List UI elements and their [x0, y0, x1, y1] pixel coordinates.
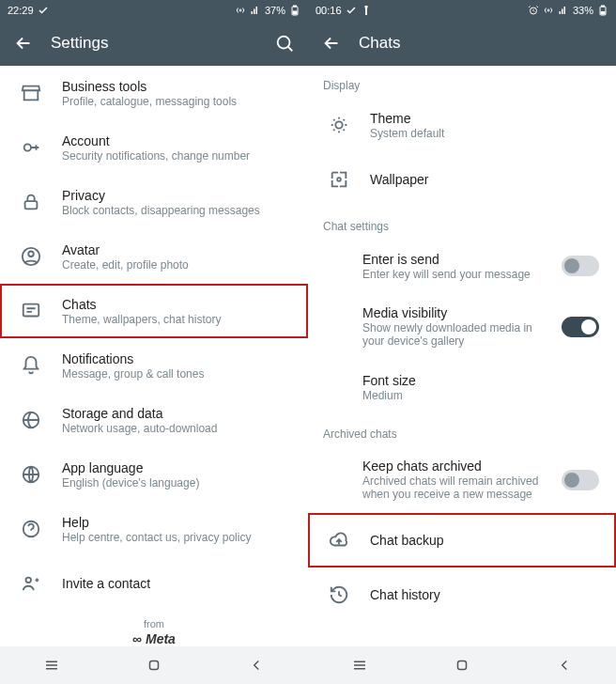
contacts-icon — [21, 573, 41, 594]
settings-item-storage-and-data[interactable]: Storage and data Network usage, auto-dow… — [0, 393, 308, 447]
item-subtitle: Enter key will send your message — [362, 268, 541, 281]
svg-rect-21 — [602, 6, 605, 7]
item-subtitle: Network usage, auto-download — [62, 422, 291, 435]
home-icon[interactable] — [454, 657, 470, 674]
item-label: Invite a contact — [62, 576, 291, 591]
avatar-icon — [21, 246, 41, 267]
section-header: Display — [308, 66, 616, 98]
signal-icon — [250, 5, 261, 16]
status-bar: 00:16 33% — [308, 0, 616, 21]
footer: from ∞ Meta — [0, 611, 308, 646]
app-bar: Settings — [0, 21, 308, 66]
help-icon — [21, 519, 41, 539]
recent-apps-icon[interactable] — [351, 657, 368, 674]
settings-item-account[interactable]: Account Security notifications, change n… — [0, 120, 308, 175]
settings-item-invite-a-contact[interactable]: Invite a contact — [0, 556, 308, 611]
svg-point-13 — [26, 578, 32, 583]
item-subtitle: Theme, wallpapers, chat history — [62, 313, 291, 326]
settings-item-notifications[interactable]: Notifications Message, group & call tone… — [0, 338, 308, 393]
chat-icon — [21, 301, 41, 321]
toggle-switch[interactable] — [562, 470, 599, 490]
item-subtitle: Block contacts, disappearing messages — [62, 204, 291, 217]
item-label: Chats — [62, 297, 291, 312]
toggle-switch[interactable] — [562, 256, 599, 276]
settings-item-app-language[interactable]: App language English (device's language) — [0, 447, 308, 502]
item-label: App language — [62, 460, 291, 475]
app-bar: Chats — [308, 21, 616, 66]
settings-item-avatar[interactable]: Avatar Create, edit, profile photo — [0, 229, 308, 284]
item-label: Media visibility — [362, 305, 541, 320]
item-label: Avatar — [62, 242, 291, 257]
chats-item-enter-is-send[interactable]: Enter is send Enter key will send your m… — [308, 239, 616, 293]
item-label: Enter is send — [362, 252, 541, 267]
toggle-switch[interactable] — [562, 317, 599, 337]
chats-item-keep-chats-archived[interactable]: Keep chats archived Archived chats will … — [308, 446, 616, 513]
status-battery: 33% — [573, 5, 593, 16]
battery-icon — [597, 5, 608, 16]
theme-icon — [329, 115, 349, 135]
item-label: Notifications — [62, 351, 291, 366]
bell-icon — [21, 355, 41, 376]
item-label: Font size — [362, 373, 599, 388]
svg-rect-9 — [23, 304, 39, 317]
battery-icon — [289, 5, 300, 16]
svg-rect-22 — [601, 12, 605, 15]
back-nav-icon[interactable] — [556, 657, 573, 674]
search-icon[interactable] — [274, 33, 295, 54]
section-header: Chat settings — [308, 207, 616, 239]
item-label: Wallpaper — [370, 172, 599, 187]
chats-item-theme[interactable]: Theme System default — [308, 98, 616, 152]
item-subtitle: Medium — [362, 389, 599, 402]
home-icon[interactable] — [146, 657, 162, 674]
item-label: Business tools — [62, 79, 291, 94]
svg-point-24 — [337, 178, 341, 181]
android-nav-bar — [308, 646, 616, 684]
lock-icon — [21, 192, 41, 212]
chats-item-wallpaper[interactable]: Wallpaper — [308, 152, 616, 207]
svg-rect-2 — [294, 6, 297, 7]
svg-rect-28 — [457, 661, 466, 670]
chats-item-media-visibility[interactable]: Media visibility Show newly downloaded m… — [308, 293, 616, 360]
item-label: Account — [62, 133, 291, 148]
alarm-icon — [528, 5, 539, 16]
settings-item-privacy[interactable]: Privacy Block contacts, disappearing mes… — [0, 175, 308, 229]
chats-settings-list: Display Theme System default Wallpaper C… — [308, 66, 616, 646]
back-icon[interactable] — [321, 33, 342, 54]
signal-icon — [558, 5, 569, 16]
appbar-title: Settings — [51, 34, 257, 53]
settings-list: Business tools Profile, catalogue, messa… — [0, 66, 308, 646]
item-label: Help — [62, 515, 291, 530]
item-label: Chat backup — [370, 533, 599, 548]
item-subtitle: Security notifications, change number — [62, 149, 291, 163]
flashlight-icon — [361, 5, 372, 16]
hotspot-icon — [543, 5, 554, 16]
chats-item-chat-backup[interactable]: Chat backup — [308, 513, 616, 567]
settings-item-chats[interactable]: Chats Theme, wallpapers, chat history — [0, 284, 308, 338]
svg-point-0 — [239, 9, 241, 11]
item-label: Keep chats archived — [362, 459, 541, 474]
item-subtitle: Profile, catalogue, messaging tools — [62, 95, 291, 108]
item-label: Privacy — [62, 188, 291, 203]
footer-brand: ∞ Meta — [0, 631, 308, 646]
chats-item-chat-history[interactable]: Chat history — [308, 567, 616, 622]
back-nav-icon[interactable] — [248, 657, 265, 674]
item-label: Theme — [370, 111, 599, 126]
settings-item-business-tools[interactable]: Business tools Profile, catalogue, messa… — [0, 66, 308, 120]
svg-point-5 — [24, 144, 31, 150]
settings-screen: 22:29 37% Settings Business tools Profil… — [0, 0, 308, 684]
cloud-icon — [329, 530, 349, 551]
status-time: 00:16 — [316, 5, 342, 16]
storefront-icon — [21, 83, 41, 103]
recent-apps-icon[interactable] — [43, 657, 60, 674]
chats-item-font-size[interactable]: Font size Medium — [308, 360, 616, 414]
hotspot-icon — [235, 5, 246, 16]
section-header: Archived chats — [308, 414, 616, 446]
status-bar: 22:29 37% — [0, 0, 308, 21]
svg-rect-6 — [25, 201, 38, 209]
check-icon — [38, 5, 49, 16]
item-subtitle: Archived chats will remain archived when… — [362, 474, 541, 501]
svg-point-7 — [28, 252, 34, 257]
settings-item-help[interactable]: Help Help centre, contact us, privacy po… — [0, 502, 308, 556]
svg-point-4 — [278, 37, 290, 49]
back-icon[interactable] — [13, 33, 34, 54]
